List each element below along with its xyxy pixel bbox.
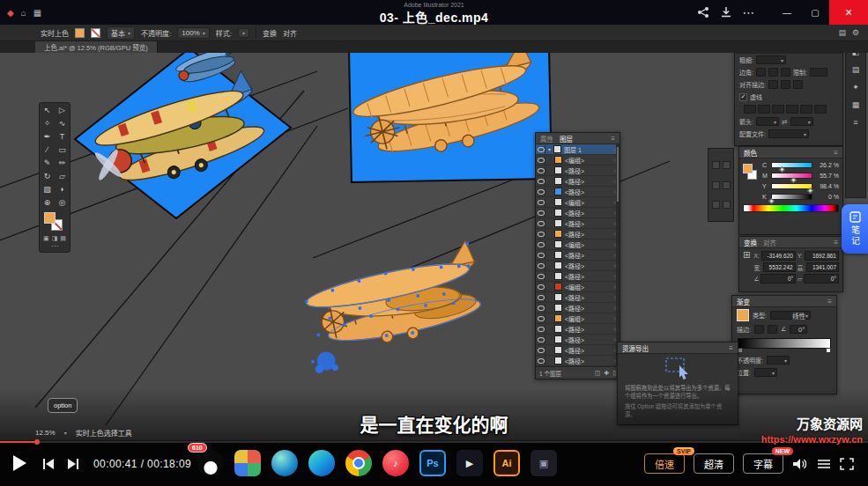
panel-menu-icon[interactable]: ≡ bbox=[729, 344, 733, 352]
align-menu[interactable]: 对齐 bbox=[283, 28, 297, 38]
taskbar-media-player-icon[interactable]: ▶ bbox=[456, 450, 483, 476]
gradient-tool[interactable]: ▨ bbox=[40, 182, 55, 195]
channel-slider[interactable] bbox=[771, 183, 812, 189]
visibility-eye-icon[interactable] bbox=[537, 272, 545, 281]
libraries-panel-icon[interactable]: ≡ bbox=[853, 118, 857, 127]
document-tab[interactable]: 上色.ai* @ 12.5% (RGB/GPU 预览) bbox=[35, 41, 158, 53]
quality-button[interactable]: 超清 bbox=[694, 453, 734, 474]
zoom-tool[interactable]: ◎ bbox=[55, 195, 70, 209]
visibility-eye-icon[interactable] bbox=[537, 198, 545, 207]
volume-icon[interactable] bbox=[792, 458, 808, 470]
play-button[interactable] bbox=[11, 454, 28, 475]
layer-row[interactable]: <路径>○ bbox=[536, 208, 619, 218]
corner-option[interactable] bbox=[756, 68, 766, 77]
pathfinder-icon[interactable] bbox=[712, 161, 720, 169]
layer-row[interactable]: <路径>○ bbox=[536, 229, 619, 239]
fill-swatch[interactable] bbox=[75, 28, 85, 38]
panel-menu-icon[interactable]: ≡ bbox=[834, 239, 838, 247]
visibility-eye-icon[interactable] bbox=[537, 346, 545, 355]
layer-row[interactable]: <路径>○ bbox=[536, 218, 619, 229]
previous-button[interactable] bbox=[42, 458, 55, 474]
settings-gear-icon[interactable]: ⚙ bbox=[852, 28, 859, 37]
shape-mode-icon[interactable] bbox=[723, 181, 731, 189]
panel-menu-icon[interactable]: ≡ bbox=[827, 298, 832, 306]
weight-select[interactable]: ▾ bbox=[756, 55, 786, 64]
pathfinder-icon[interactable] bbox=[723, 161, 731, 169]
stroke-swatch[interactable] bbox=[91, 28, 100, 38]
visibility-eye-icon[interactable] bbox=[537, 314, 545, 323]
tab-color[interactable]: 颜色 bbox=[744, 148, 757, 158]
direct-selection-tool[interactable]: ▷ bbox=[55, 103, 70, 116]
pencil-tool[interactable]: ✏ bbox=[55, 156, 70, 169]
taskbar-illustrator-icon[interactable]: Ai bbox=[493, 450, 520, 476]
pen-tool[interactable]: ✒ bbox=[40, 129, 55, 143]
gradient-position-select[interactable]: ▾ bbox=[754, 368, 777, 377]
color-slider-row[interactable]: C26.2 % bbox=[762, 162, 839, 168]
progress-bar[interactable] bbox=[0, 441, 868, 443]
shape-mode-icon[interactable] bbox=[712, 181, 720, 189]
fullscreen-icon[interactable] bbox=[840, 458, 854, 470]
color-slider-row[interactable]: K0 % bbox=[762, 194, 839, 200]
visibility-eye-icon[interactable] bbox=[537, 230, 545, 239]
arrow-start-select[interactable]: ▾ bbox=[756, 117, 779, 126]
playlist-icon[interactable] bbox=[817, 459, 831, 469]
type-tool[interactable]: T bbox=[55, 129, 70, 143]
brush-select[interactable]: 基本▾ bbox=[107, 26, 135, 40]
y-field[interactable]: 1692.861 bbox=[805, 251, 839, 261]
channel-slider[interactable] bbox=[771, 194, 812, 200]
color-spectrum-bar[interactable] bbox=[743, 204, 839, 212]
layer-row[interactable]: <路径>○ bbox=[536, 303, 619, 313]
layer-row[interactable]: <编组>○ bbox=[536, 155, 619, 166]
maximize-button[interactable]: ▢ bbox=[801, 0, 829, 25]
swatches-panel-icon[interactable]: ▤ bbox=[852, 65, 860, 74]
width-field[interactable]: 5532.242 bbox=[763, 262, 796, 272]
taskbar-app-grid-icon[interactable] bbox=[234, 450, 261, 476]
expand-arrow-icon[interactable]: ▾ bbox=[548, 146, 551, 152]
tab-gradient[interactable]: 渐变 bbox=[737, 297, 750, 306]
slider-knob[interactable] bbox=[790, 177, 797, 183]
minimize-button[interactable]: — bbox=[773, 0, 801, 25]
brushes-panel-icon[interactable]: ✦ bbox=[852, 83, 859, 92]
visibility-eye-icon[interactable] bbox=[537, 357, 545, 365]
color-slider-row[interactable]: M55.7 % bbox=[762, 173, 839, 179]
panel-menu-icon[interactable]: ≡ bbox=[611, 135, 615, 143]
channel-slider[interactable] bbox=[771, 162, 812, 168]
tab-align[interactable]: 对齐 bbox=[763, 238, 776, 247]
visibility-eye-icon[interactable] bbox=[537, 335, 545, 344]
notes-button[interactable]: 笔记 bbox=[842, 204, 868, 254]
profile-select[interactable]: ▾ bbox=[768, 129, 809, 138]
gradient-stop[interactable] bbox=[826, 348, 831, 353]
layer-row[interactable]: <路径>○ bbox=[536, 187, 619, 197]
visibility-eye-icon[interactable] bbox=[537, 251, 545, 260]
taskbar-chrome-icon[interactable] bbox=[345, 450, 372, 476]
stroke-gradient-option[interactable] bbox=[754, 325, 764, 334]
magic-wand-tool[interactable]: ✧ bbox=[40, 116, 55, 129]
layer-row[interactable]: <路径>○ bbox=[536, 250, 619, 261]
visibility-eye-icon[interactable] bbox=[537, 156, 545, 165]
expand-icon[interactable] bbox=[712, 201, 720, 209]
tab-properties[interactable]: 属性 bbox=[540, 134, 553, 144]
panel-menu-icon[interactable]: ≡ bbox=[834, 149, 838, 157]
gradient-mode-icon[interactable]: ◨ bbox=[52, 235, 58, 242]
gradient-fill-swatch[interactable] bbox=[737, 309, 749, 321]
opacity-select[interactable]: 100%▾ bbox=[177, 27, 209, 39]
layer-row[interactable]: <路径>○ bbox=[536, 261, 619, 271]
share-icon[interactable] bbox=[692, 0, 715, 25]
layer-row[interactable]: <路径>○ bbox=[536, 292, 619, 303]
corner-option[interactable] bbox=[768, 68, 778, 77]
more-tools-icon[interactable]: ⋯ bbox=[40, 242, 70, 250]
progress-knob[interactable] bbox=[34, 439, 40, 445]
paintbrush-tool[interactable]: ✎ bbox=[40, 156, 55, 169]
taskbar-video-player-icon[interactable]: ▣ bbox=[530, 450, 557, 476]
rectangle-tool[interactable]: ▭ bbox=[55, 143, 70, 156]
layer-row[interactable]: <路径>○ bbox=[536, 356, 619, 366]
visibility-eye-icon[interactable] bbox=[537, 325, 545, 334]
fill-stroke-widget[interactable] bbox=[40, 211, 70, 235]
visibility-eye-icon[interactable] bbox=[537, 304, 545, 313]
panel-toggle-icon[interactable]: ▤ bbox=[838, 28, 846, 37]
swap-arrows-icon[interactable]: ⇄ bbox=[782, 118, 788, 126]
arrow-end-select[interactable]: ▾ bbox=[790, 117, 813, 126]
eyedropper-tool[interactable]: ◗ bbox=[55, 182, 70, 195]
visibility-eye-icon[interactable] bbox=[537, 188, 545, 196]
fill-color-swatch[interactable] bbox=[44, 212, 56, 224]
